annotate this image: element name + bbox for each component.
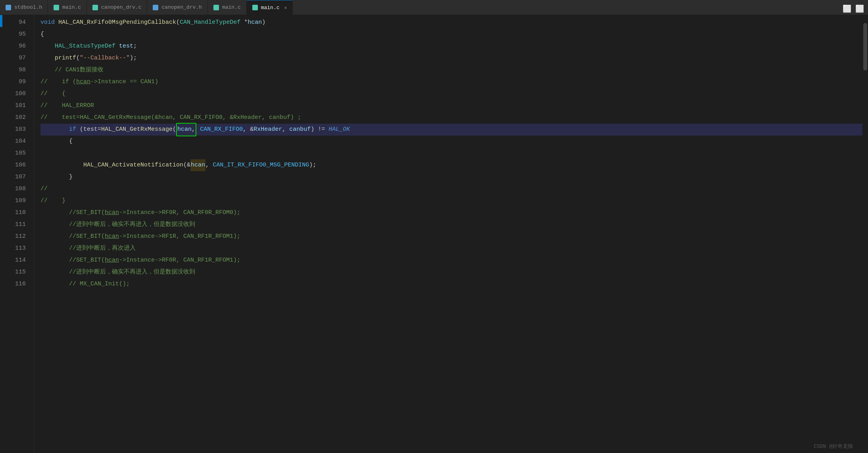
tab-label: canopen_drv.c [101,4,141,10]
code-line-112: //SET_BIT(hcan->Instance->RF1R, CAN_RF1R… [40,231,862,243]
tab-main1[interactable]: main.c [48,0,87,15]
code-line-105 [40,147,862,159]
line-num-94: ⊖94 [2,17,26,29]
line-num-116: 116 [2,278,26,290]
code-line-100: // { [40,88,862,100]
line-num-100: 100 [2,88,26,100]
code-line-108: // [40,183,862,195]
code-line-109: // } [40,195,862,207]
code-line-96: HAL_StatusTypeDef test; [40,40,862,52]
tab-label: main.c [222,4,241,10]
tab-icon-h [153,5,158,10]
scrollbar[interactable] [862,15,868,453]
tab-bar-right: ⬜ ⬜ [293,0,868,15]
line-num-106: 106 [2,159,26,171]
green-box-hcan: hcan, [176,123,196,136]
code-line-107: } [40,171,862,183]
line-num-109: 109 [2,195,26,207]
code-line-116: // MX_CAN_Init(); [40,278,862,290]
line-numbers: ⊖94 95 96 97 98 ⊖99 100 101 102 103 104 … [2,15,34,453]
code-line-102: // test=HAL_CAN_GetRxMessage(&hcan, CAN_… [40,112,862,124]
line-num-112: 112 [2,231,26,243]
tab-main3-active[interactable]: main.c ✕ [247,0,293,15]
code-line-98: // CAN1数据接收 [40,64,862,76]
code-line-101: // HAL_ERROR [40,100,862,112]
line-num-103: 103 [2,124,26,136]
scrollbar-thumb[interactable] [863,23,867,71]
tab-main2[interactable]: main.c [208,0,247,15]
branding-text: CSDN @好奇龙猫 [814,443,853,450]
line-num-111: 111 [2,219,26,231]
line-num-99: ⊖99 [2,76,26,88]
code-line-103: if (test=HAL_CAN_GetRxMessage(hcan, CAN_… [40,124,862,136]
tab-icon-c [54,5,59,10]
editor-window: stdbool.h main.c canopen_drv.c canopen_d… [0,0,868,453]
editor-body: ⊖94 95 96 97 98 ⊖99 100 101 102 103 104 … [0,15,868,453]
tab-bar: stdbool.h main.c canopen_drv.c canopen_d… [0,0,868,15]
tab-label: main.c [261,5,280,11]
tab-icon-c [92,5,98,10]
code-line-113: //进到中断后，再次进入 [40,243,862,254]
code-area[interactable]: void HAL_CAN_RxFifo0MsgPendingCallback(C… [34,15,862,453]
line-num-105: 105 [2,147,26,159]
tab-icon-c [213,5,219,10]
tab-icon-c [252,5,258,10]
line-num-95: 95 [2,29,26,40]
minimize-icon[interactable]: ⬜ [843,4,851,13]
tab-label: stdbool.h [14,4,42,10]
code-line-97: printf("--Callback--"); [40,52,862,64]
tab-icon-h [6,5,11,10]
code-line-94: void HAL_CAN_RxFifo0MsgPendingCallback(C… [40,17,862,29]
tab-label: canopen_drv.h [161,4,202,10]
maximize-icon[interactable]: ⬜ [855,4,864,13]
yellow-hl-hcan: hcan [190,159,205,171]
line-num-98: 98 [2,64,26,76]
code-line-111: //进到中断后，确实不再进入，但是数据没收到 [40,219,862,231]
line-num-110: 110 [2,207,26,219]
code-line-110: //SET_BIT(hcan->Instance->RF0R, CAN_RF0R… [40,207,862,219]
line-num-114: 114 [2,254,26,266]
tab-canopen-drv-c[interactable]: canopen_drv.c [87,0,147,15]
code-line-99: // if (hcan->Instance == CAN1) [40,76,862,88]
tab-stdbool[interactable]: stdbool.h [0,0,48,15]
line-num-108: ⊖108 [2,183,26,195]
code-line-106: HAL_CAN_ActivateNotification(&hcan, CAN_… [40,159,862,171]
code-line-95: { [40,29,862,40]
code-line-115: //进到中断后，确实不再进入，但是数据没收到 [40,266,862,278]
tab-close-button[interactable]: ✕ [284,5,287,10]
tab-label: main.c [62,4,81,10]
line-num-113: 113 [2,243,26,254]
code-line-114: //SET_BIT(hcan->Instance->RF0R, CAN_RF1R… [40,254,862,266]
line-num-102: 102 [2,112,26,124]
code-line-104: { [40,136,862,147]
line-num-96: 96 [2,40,26,52]
line-num-97: 97 [2,52,26,64]
line-num-115: 115 [2,266,26,278]
line-num-101: 101 [2,100,26,112]
line-num-107: 107 [2,171,26,183]
tab-canopen-drv-h[interactable]: canopen_drv.h [147,0,207,15]
line-num-104: 104 [2,136,26,147]
